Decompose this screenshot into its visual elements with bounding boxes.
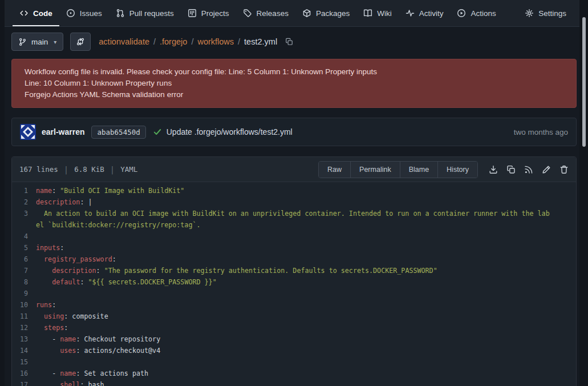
code-view: 1name: "Build OCI Image with BuildKit"2d… xyxy=(12,182,576,386)
tab-label: Settings xyxy=(538,9,566,18)
breadcrumb-link[interactable]: .forgejo xyxy=(160,37,187,46)
tab-actions[interactable]: Actions xyxy=(450,0,502,26)
tab-label: Actions xyxy=(471,9,496,18)
history-button[interactable]: History xyxy=(437,162,477,178)
tab-pull-requests[interactable]: Pull requests xyxy=(109,0,181,26)
tab-label: Code xyxy=(33,9,52,18)
permalink-button[interactable]: Permalink xyxy=(350,162,400,178)
line-number[interactable]: 3 xyxy=(12,208,36,219)
commit-author[interactable]: earl-warren xyxy=(42,127,84,136)
line-number[interactable]: 14 xyxy=(12,345,36,356)
play-circle-icon xyxy=(457,9,466,18)
line-content: el `buildkit:docker://registry/repo:tag`… xyxy=(36,219,576,231)
line-number[interactable]: 2 xyxy=(12,196,36,208)
edit-icon[interactable] xyxy=(542,165,551,174)
file-line-count: 167 lines xyxy=(19,165,58,174)
line-number[interactable]: 17 xyxy=(12,379,36,386)
token-pln: : xyxy=(64,324,68,332)
breadcrumb-link[interactable]: actionvalidate xyxy=(99,37,149,46)
delete-icon[interactable] xyxy=(559,165,569,174)
tab-activity[interactable]: Activity xyxy=(399,0,451,26)
token-pln: : xyxy=(96,267,104,275)
compare-branches-button[interactable] xyxy=(70,33,91,51)
line-number[interactable]: 6 xyxy=(12,254,36,265)
repo-tab-bar: CodeIssuesPull requestsProjectsReleasesP… xyxy=(0,0,588,27)
scrollbar-track[interactable] xyxy=(579,0,588,386)
copy-icon[interactable] xyxy=(506,165,516,174)
line-number[interactable]: 4 xyxy=(12,231,36,242)
copy-path-icon[interactable] xyxy=(285,38,293,46)
token-pln: : xyxy=(60,244,64,252)
tab-packages[interactable]: Packages xyxy=(295,0,356,26)
tab-wiki[interactable]: Wiki xyxy=(356,0,399,26)
window-left-edge xyxy=(0,0,5,386)
tab-label: Issues xyxy=(80,9,102,18)
token-pln xyxy=(36,381,60,386)
code-line-13: 13 - name: Checkout repository xyxy=(12,333,576,345)
chevron-down-icon: ▾ xyxy=(54,39,56,45)
error-line: Forgejo Actions YAML Schema validation e… xyxy=(25,89,563,100)
line-number[interactable]: 8 xyxy=(12,276,36,288)
line-content: inputs: xyxy=(36,242,576,254)
code-line-6: 6 registry_password: xyxy=(12,254,576,265)
code-line-1: 1name: "Build OCI Image with BuildKit" xyxy=(12,185,576,196)
code-line-9: 9 xyxy=(12,288,576,299)
pulse-icon xyxy=(405,9,415,18)
tag-icon xyxy=(243,9,252,18)
line-number[interactable]: 11 xyxy=(12,311,36,322)
token-str: "${{ secrets.DOCKER_PASSWORD }}" xyxy=(88,278,217,286)
code-line-17: 17 shell: bash xyxy=(12,379,576,386)
avatar[interactable] xyxy=(20,124,36,140)
code-line-8: 8 default: "${{ secrets.DOCKER_PASSWORD … xyxy=(12,276,576,288)
token-pln: : xyxy=(76,347,84,355)
line-content: registry_password: xyxy=(36,254,576,265)
token-val: Checkout repository xyxy=(84,335,160,343)
code-line-16: 16 - name: Set actions path xyxy=(12,368,576,379)
tab-settings[interactable]: Settings xyxy=(518,0,573,26)
tab-projects[interactable]: Projects xyxy=(181,0,236,26)
line-number[interactable]: 7 xyxy=(12,265,36,276)
token-val: bash xyxy=(88,381,104,386)
token-key: registry_password xyxy=(44,255,112,263)
commit-status-check-icon[interactable] xyxy=(153,127,162,136)
tab-releases[interactable]: Releases xyxy=(236,0,295,26)
line-number[interactable]: 5 xyxy=(12,242,36,254)
branch-selector-button[interactable]: main ▾ xyxy=(11,33,63,51)
blame-button[interactable]: Blame xyxy=(400,162,437,178)
rss-icon[interactable] xyxy=(524,165,533,174)
scrollbar-thumb[interactable] xyxy=(582,17,586,147)
line-content: description: | xyxy=(36,196,576,208)
breadcrumb-link[interactable]: workflows xyxy=(197,37,234,46)
line-number[interactable]: 10 xyxy=(12,299,36,311)
token-val: composite xyxy=(72,312,108,320)
tab-code[interactable]: Code xyxy=(13,0,59,26)
line-number[interactable]: 13 xyxy=(12,333,36,345)
line-number[interactable]: 9 xyxy=(12,288,36,299)
token-pln: : xyxy=(76,335,84,343)
token-pln xyxy=(36,324,44,332)
gear-icon xyxy=(525,9,534,18)
code-line-2: 2description: | xyxy=(12,196,576,208)
raw-button[interactable]: Raw xyxy=(319,162,350,178)
line-content xyxy=(36,356,576,368)
line-content: - name: Set actions path xyxy=(36,368,576,379)
code-icon xyxy=(19,9,29,18)
commit-message[interactable]: Update .forgejo/workflows/test2.yml xyxy=(167,127,293,136)
tab-issues[interactable]: Issues xyxy=(59,0,109,26)
token-key: using xyxy=(44,312,64,320)
code-line-14: 14 uses: actions/checkout@v4 xyxy=(12,345,576,356)
commit-time: two months ago xyxy=(514,128,568,136)
line-content: steps: xyxy=(36,322,576,333)
token-pln: : xyxy=(52,301,56,309)
file-stats: 167 lines | 6.8 KiB | YAML xyxy=(19,165,137,174)
line-number[interactable]: 15 xyxy=(12,356,36,368)
branch-icon xyxy=(18,38,27,46)
line-number[interactable]: 1 xyxy=(12,185,36,196)
download-icon[interactable] xyxy=(489,165,498,174)
line-number[interactable]: 12 xyxy=(12,322,36,333)
divider: | xyxy=(64,165,68,174)
line-number[interactable]: 16 xyxy=(12,368,36,379)
commit-hash-badge[interactable]: abab65450d xyxy=(91,126,145,139)
token-val: actions/checkout@v4 xyxy=(84,347,160,355)
issue-icon xyxy=(66,9,75,18)
